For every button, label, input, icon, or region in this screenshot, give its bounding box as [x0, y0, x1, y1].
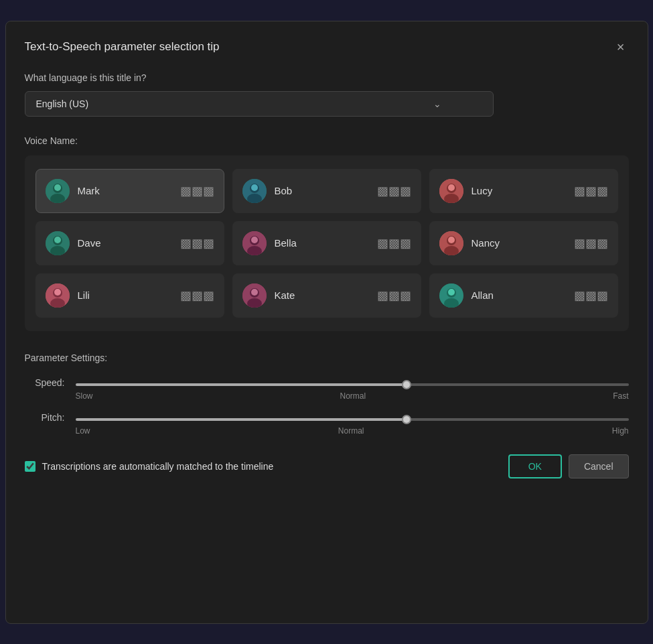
svg-point-3 [54, 184, 61, 191]
svg-point-31 [251, 289, 258, 296]
avatar-icon-lili [46, 283, 70, 308]
voice-name-mark: Mark [78, 185, 172, 196]
transcription-checkbox[interactable] [25, 461, 35, 472]
language-select[interactable]: English (US) English (UK) Spanish French… [25, 91, 494, 117]
waveform-icon-mark: ▩▩▩ [180, 184, 214, 198]
speed-slider-col [76, 377, 629, 389]
svg-point-19 [251, 237, 258, 243]
voice-card-kate[interactable]: Kate ▩▩▩ [232, 273, 421, 318]
close-button[interactable]: × [613, 38, 629, 56]
pitch-labels-row: Low Normal High [25, 426, 629, 436]
voice-card-nancy[interactable]: Nancy ▩▩▩ [429, 221, 618, 265]
avatar-icon-allan [439, 283, 463, 308]
avatar-dave [46, 231, 70, 255]
avatar-lucy [439, 179, 463, 203]
svg-point-11 [448, 184, 455, 191]
pitch-slider-col [76, 411, 629, 424]
pitch-labels: Low Normal High [76, 426, 629, 436]
pitch-mid-label: Normal [338, 426, 364, 436]
dialog: Text-to-Speech parameter selection tip ×… [5, 21, 648, 624]
transcription-label: Transcriptions are automatically matched… [42, 461, 274, 472]
avatar-nancy [439, 231, 463, 255]
language-select-wrapper: English (US) English (UK) Spanish French… [25, 91, 629, 117]
waveform-icon-allan: ▩▩▩ [574, 288, 608, 303]
voice-name-kate: Kate [275, 289, 369, 301]
voice-name-dave: Dave [78, 237, 172, 249]
voice-card-lucy[interactable]: Lucy ▩▩▩ [429, 169, 618, 213]
avatar-kate [242, 283, 267, 308]
speed-mid-label: Normal [340, 391, 366, 401]
speed-slider-row: Speed: [25, 377, 629, 389]
ok-button[interactable]: OK [508, 454, 562, 478]
speed-min-label: Slow [76, 391, 93, 401]
speed-max-label: Fast [613, 391, 628, 401]
voice-card-allan[interactable]: Allan ▩▩▩ [429, 273, 618, 318]
footer-row: Transcriptions are automatically matched… [25, 454, 629, 478]
avatar-icon-bella [242, 231, 267, 255]
avatar-bella [242, 231, 267, 255]
avatar-allan [439, 283, 463, 308]
avatar-icon-kate [242, 283, 267, 308]
speed-label: Speed: [25, 377, 65, 388]
pitch-min-label: Low [76, 426, 90, 436]
voice-card-lili[interactable]: Lili ▩▩▩ [35, 273, 224, 318]
checkbox-row: Transcriptions are automatically matched… [25, 461, 274, 472]
speed-slider[interactable] [76, 383, 629, 386]
avatar-icon-lucy [439, 179, 463, 203]
waveform-icon-lili: ▩▩▩ [180, 288, 214, 303]
voice-card-mark[interactable]: Mark ▩▩▩ [35, 169, 224, 213]
pitch-slider[interactable] [76, 418, 629, 421]
avatar-icon-mark [46, 179, 70, 203]
voice-name-lili: Lili [78, 289, 172, 301]
svg-point-15 [54, 237, 61, 243]
voice-name-bella: Bella [275, 237, 369, 249]
svg-point-7 [251, 184, 258, 191]
language-question: What language is this title in? [25, 72, 629, 83]
voice-name-bob: Bob [275, 185, 369, 196]
waveform-icon-bella: ▩▩▩ [377, 236, 411, 251]
dialog-title: Text-to-Speech parameter selection tip [25, 40, 220, 54]
voice-name-nancy: Nancy [471, 237, 566, 249]
avatar-mark [46, 179, 70, 203]
speed-labels-row: Slow Normal Fast [25, 391, 629, 401]
svg-point-27 [54, 289, 61, 296]
voice-grid-container: Mark ▩▩▩ Bob ▩▩▩ [25, 155, 629, 331]
speed-labels: Slow Normal Fast [76, 391, 629, 401]
dialog-header: Text-to-Speech parameter selection tip × [25, 38, 629, 56]
cancel-button[interactable]: Cancel [569, 454, 629, 478]
avatar-lili [46, 283, 70, 308]
footer-buttons: OK Cancel [508, 454, 629, 478]
waveform-icon-bob: ▩▩▩ [377, 184, 411, 198]
voice-card-bob[interactable]: Bob ▩▩▩ [232, 169, 421, 213]
voice-name-lucy: Lucy [471, 185, 566, 196]
waveform-icon-dave: ▩▩▩ [180, 236, 214, 251]
waveform-icon-kate: ▩▩▩ [377, 288, 411, 303]
avatar-bob [242, 179, 267, 203]
svg-point-35 [448, 289, 455, 296]
avatar-icon-nancy [439, 231, 463, 255]
pitch-slider-row: Pitch: [25, 411, 629, 424]
voice-name-label: Voice Name: [25, 135, 629, 146]
parameter-settings-label: Parameter Settings: [25, 352, 629, 363]
avatar-icon-dave [46, 231, 70, 255]
waveform-icon-lucy: ▩▩▩ [574, 184, 608, 198]
voice-card-dave[interactable]: Dave ▩▩▩ [35, 221, 224, 265]
avatar-icon-bob [242, 179, 267, 203]
pitch-label: Pitch: [25, 412, 65, 423]
pitch-max-label: High [612, 426, 629, 436]
voice-grid: Mark ▩▩▩ Bob ▩▩▩ [35, 169, 618, 318]
voice-name-allan: Allan [471, 289, 566, 301]
svg-point-23 [448, 237, 455, 243]
voice-card-bella[interactable]: Bella ▩▩▩ [232, 221, 421, 265]
waveform-icon-nancy: ▩▩▩ [574, 236, 608, 251]
